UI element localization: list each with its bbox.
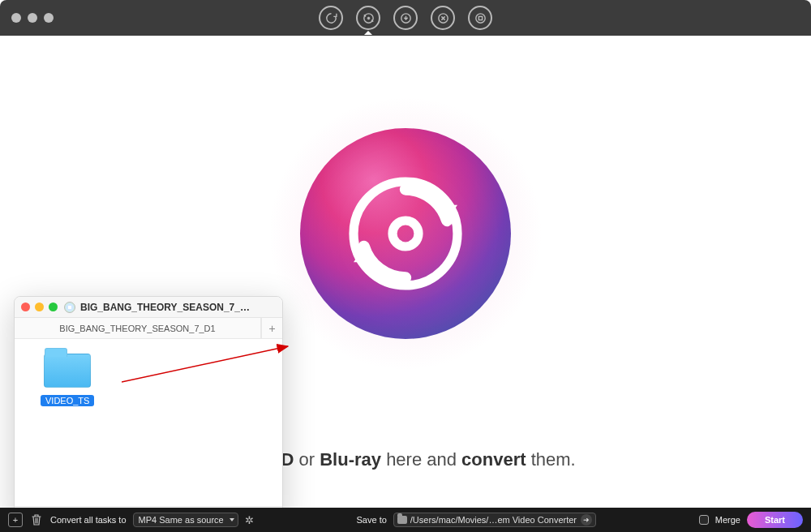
svg-point-6: [354, 182, 457, 285]
save-to-label: Save to: [357, 515, 387, 525]
finder-maximize-button[interactable]: [49, 302, 58, 311]
folder-label: VIDEO_TS: [41, 395, 94, 406]
finder-minimize-button[interactable]: [35, 302, 44, 311]
finder-close-button[interactable]: [21, 302, 30, 311]
folder-icon: [44, 354, 91, 388]
convert-all-label: Convert all tasks to: [50, 515, 127, 525]
toolbox-mode-icon[interactable]: [468, 6, 492, 30]
plus-icon: +: [13, 515, 18, 525]
hint-convert: convert: [461, 449, 526, 470]
finder-body[interactable]: VIDEO_TS: [15, 339, 282, 506]
mode-toolbar: [319, 6, 492, 30]
minimize-window-button[interactable]: [28, 13, 37, 23]
disc-icon: [64, 302, 75, 313]
dropzone-art: [300, 128, 511, 339]
disc-mode-icon[interactable]: [356, 6, 380, 30]
format-settings-button[interactable]: ✲: [245, 514, 254, 526]
svg-rect-5: [478, 16, 482, 19]
finder-title-text: BIG_BANG_THEORY_SEASON_7_…: [80, 302, 250, 313]
start-button[interactable]: Start: [747, 512, 803, 528]
convert-cycle-icon: [341, 169, 470, 298]
merge-label: Merge: [715, 515, 740, 525]
folder-item-video-ts[interactable]: VIDEO_TS: [41, 354, 94, 407]
save-path-field[interactable]: /Users/mac/Movies/…em Video Converter ➜: [393, 513, 596, 527]
merge-checkbox[interactable]: [699, 515, 709, 525]
convert-mode-icon[interactable]: [319, 6, 343, 30]
window-controls: [11, 13, 54, 23]
dropzone-area[interactable]: ur DVD or Blu-ray here and convert them.…: [0, 36, 811, 508]
svg-point-4: [475, 13, 484, 22]
download-mode-icon[interactable]: [393, 6, 418, 30]
finder-tabbar: BIG_BANG_THEORY_SEASON_7_D1 +: [15, 318, 282, 339]
output-format-select[interactable]: MP4 Same as source: [133, 513, 238, 527]
close-window-button[interactable]: [11, 13, 21, 23]
bottom-toolbar: + Convert all tasks to MP4 Same as sourc…: [0, 508, 811, 532]
finder-window[interactable]: BIG_BANG_THEORY_SEASON_7_… BIG_BANG_THEO…: [14, 296, 283, 525]
app-titlebar: [0, 0, 811, 36]
finder-tab[interactable]: BIG_BANG_THEORY_SEASON_7_D1: [15, 318, 261, 338]
delete-task-button[interactable]: [29, 513, 44, 527]
svg-point-7: [393, 221, 418, 247]
svg-point-1: [367, 17, 370, 19]
maximize-window-button[interactable]: [44, 13, 54, 23]
burn-mode-icon[interactable]: [431, 6, 455, 30]
open-folder-button[interactable]: ➜: [581, 514, 592, 526]
arrow-right-icon: ➜: [583, 516, 590, 524]
finder-window-controls: [21, 302, 58, 311]
trash-icon: [31, 513, 42, 526]
hint-bluray: Blu-ray: [320, 449, 381, 470]
finder-titlebar[interactable]: BIG_BANG_THEORY_SEASON_7_…: [15, 297, 282, 318]
dropzone-hint: ur DVD or Blu-ray here and convert them.: [235, 449, 575, 470]
finder-title: BIG_BANG_THEORY_SEASON_7_…: [64, 302, 250, 313]
save-path-text: /Users/mac/Movies/…em Video Converter: [410, 515, 577, 525]
finder-new-tab-button[interactable]: +: [261, 318, 282, 338]
add-task-button[interactable]: +: [8, 513, 23, 527]
plus-icon: +: [268, 322, 275, 335]
folder-icon: [397, 516, 407, 524]
